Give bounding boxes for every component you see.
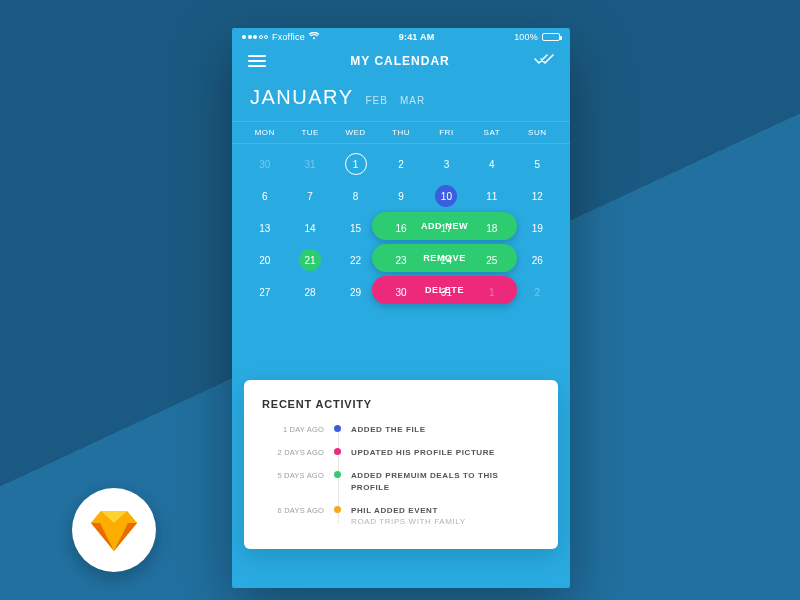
calendar-day[interactable]: 5 <box>515 148 560 180</box>
activity-item: 5 DAYS AGOADDED PREMUIM DEALS TO THIS PR… <box>262 470 540 492</box>
weekday-label: TUE <box>287 128 332 137</box>
calendar-day[interactable]: 20 <box>242 244 287 276</box>
activity-text: ADDED PREMUIM DEALS TO THIS PROFILE <box>351 470 540 492</box>
month-selector: JANUARY FEB MAR <box>232 76 570 121</box>
calendar-day[interactable]: 27 <box>242 276 287 308</box>
calendar-day[interactable]: 2 <box>515 276 560 308</box>
activity-text: UPDATED HIS PROFILE PICTURE <box>351 447 495 458</box>
weekday-label: MON <box>242 128 287 137</box>
calendar-day[interactable]: 30 <box>242 148 287 180</box>
calendar-day[interactable]: 6 <box>242 180 287 212</box>
battery-percent: 100% <box>514 32 538 42</box>
calendar-day[interactable]: 23 <box>378 244 423 276</box>
calendar-grid: ADD NEW REMOVE DELETE 303112345678910111… <box>232 144 570 308</box>
calendar-day[interactable]: 31 <box>287 148 332 180</box>
weekday-label: FRI <box>424 128 469 137</box>
activity-item: 1 DAY AGOADDED THE FILE <box>262 424 540 435</box>
weekday-header: MONTUEWEDTHUFRISATSUN <box>232 121 570 144</box>
calendar-day[interactable]: 19 <box>515 212 560 244</box>
weekday-label: THU <box>378 128 423 137</box>
calendar-day[interactable]: 14 <box>287 212 332 244</box>
calendar-day[interactable]: 17 <box>424 212 469 244</box>
recent-activity-card: RECENT ACTIVITY 1 DAY AGOADDED THE FILE2… <box>244 380 558 549</box>
signal-dots-icon <box>242 35 268 39</box>
month-current: JANUARY <box>250 86 354 109</box>
calendar-day[interactable]: 25 <box>469 244 514 276</box>
calendar-day[interactable]: 11 <box>469 180 514 212</box>
menu-icon[interactable] <box>248 55 266 67</box>
calendar-day[interactable]: 2 <box>378 148 423 180</box>
phone-frame: Fxoffice 9:41 AM 100% MY CALENDAR JANUAR… <box>232 28 570 588</box>
nav-bar: MY CALENDAR <box>232 46 570 76</box>
status-time: 9:41 AM <box>399 32 435 42</box>
weekday-label: WED <box>333 128 378 137</box>
calendar-day[interactable]: 30 <box>378 276 423 308</box>
calendar-day[interactable]: 22 <box>333 244 378 276</box>
calendar-day[interactable]: 21 <box>287 244 332 276</box>
activity-time: 6 DAYS AGO <box>262 505 324 515</box>
calendar-day[interactable]: 26 <box>515 244 560 276</box>
calendar-day[interactable]: 16 <box>378 212 423 244</box>
calendar-day[interactable]: 1 <box>333 148 378 180</box>
calendar-day[interactable]: 28 <box>287 276 332 308</box>
calendar-day[interactable]: 7 <box>287 180 332 212</box>
sketch-logo-badge <box>72 488 156 572</box>
activity-marker-icon <box>334 425 341 432</box>
page-title: MY CALENDAR <box>350 54 449 68</box>
done-icon[interactable] <box>534 52 554 70</box>
calendar-day[interactable]: 9 <box>378 180 423 212</box>
carrier-label: Fxoffice <box>272 32 305 42</box>
weekday-label: SUN <box>515 128 560 137</box>
calendar-day[interactable]: 3 <box>424 148 469 180</box>
calendar-day[interactable]: 29 <box>333 276 378 308</box>
recent-activity-heading: RECENT ACTIVITY <box>262 398 540 410</box>
activity-time: 5 DAYS AGO <box>262 470 324 480</box>
calendar-day[interactable]: 1 <box>469 276 514 308</box>
calendar-day[interactable]: 10 <box>424 180 469 212</box>
weekday-label: SAT <box>469 128 514 137</box>
status-bar: Fxoffice 9:41 AM 100% <box>232 28 570 46</box>
sketch-diamond-icon <box>91 509 137 551</box>
activity-time: 2 DAYS AGO <box>262 447 324 457</box>
month-next-2[interactable]: MAR <box>400 95 425 106</box>
activity-marker-icon <box>334 448 341 455</box>
wifi-icon <box>309 32 319 42</box>
calendar-day[interactable]: 31 <box>424 276 469 308</box>
activity-marker-icon <box>334 506 341 513</box>
activity-marker-icon <box>334 471 341 478</box>
calendar-day[interactable]: 24 <box>424 244 469 276</box>
calendar-day[interactable]: 8 <box>333 180 378 212</box>
month-next-1[interactable]: FEB <box>366 95 388 106</box>
activity-text: PHIL ADDED EVENTROAD TRIPS WITH FAMILY <box>351 505 466 527</box>
calendar-day[interactable]: 15 <box>333 212 378 244</box>
activity-item: 2 DAYS AGOUPDATED HIS PROFILE PICTURE <box>262 447 540 458</box>
calendar-day[interactable]: 4 <box>469 148 514 180</box>
calendar-day[interactable]: 18 <box>469 212 514 244</box>
activity-time: 1 DAY AGO <box>262 424 324 434</box>
calendar-day[interactable]: 13 <box>242 212 287 244</box>
battery-icon <box>542 33 560 41</box>
activity-item: 6 DAYS AGOPHIL ADDED EVENTROAD TRIPS WIT… <box>262 505 540 527</box>
calendar-day[interactable]: 12 <box>515 180 560 212</box>
activity-text: ADDED THE FILE <box>351 424 426 435</box>
